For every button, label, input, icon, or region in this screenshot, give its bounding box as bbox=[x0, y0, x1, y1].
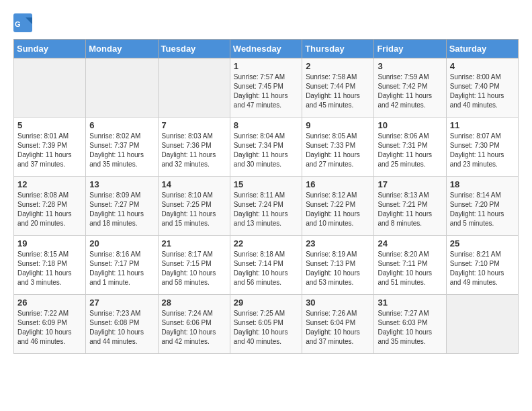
calendar-cell: 24Sunrise: 8:20 AM Sunset: 7:11 PM Dayli… bbox=[374, 236, 446, 295]
day-info: Sunrise: 8:16 AM Sunset: 7:17 PM Dayligh… bbox=[89, 250, 154, 287]
day-info: Sunrise: 8:10 AM Sunset: 7:25 PM Dayligh… bbox=[162, 191, 226, 228]
calendar-cell: 26Sunrise: 7:22 AM Sunset: 6:09 PM Dayli… bbox=[14, 295, 86, 354]
day-info: Sunrise: 7:22 AM Sunset: 6:09 PM Dayligh… bbox=[17, 309, 82, 347]
calendar-cell bbox=[14, 58, 86, 118]
day-info: Sunrise: 7:27 AM Sunset: 6:03 PM Dayligh… bbox=[378, 309, 442, 347]
calendar-cell: 18Sunrise: 8:14 AM Sunset: 7:20 PM Dayli… bbox=[446, 177, 518, 236]
day-info: Sunrise: 7:25 AM Sunset: 6:05 PM Dayligh… bbox=[234, 309, 298, 347]
day-info: Sunrise: 8:06 AM Sunset: 7:31 PM Dayligh… bbox=[378, 132, 442, 169]
day-number: 16 bbox=[306, 179, 370, 189]
calendar-cell bbox=[86, 58, 158, 118]
weekday-header-saturday: Saturday bbox=[446, 40, 518, 58]
day-number: 15 bbox=[234, 179, 298, 189]
day-info: Sunrise: 8:14 AM Sunset: 7:20 PM Dayligh… bbox=[450, 191, 515, 228]
weekday-header-thursday: Thursday bbox=[302, 40, 374, 58]
day-number: 8 bbox=[234, 120, 298, 130]
calendar-cell: 16Sunrise: 8:12 AM Sunset: 7:22 PM Dayli… bbox=[302, 177, 374, 236]
svg-text:G: G bbox=[15, 20, 21, 28]
calendar-cell: 3Sunrise: 7:59 AM Sunset: 7:42 PM Daylig… bbox=[374, 58, 446, 118]
calendar-cell: 20Sunrise: 8:16 AM Sunset: 7:17 PM Dayli… bbox=[86, 236, 158, 295]
day-info: Sunrise: 8:21 AM Sunset: 7:10 PM Dayligh… bbox=[450, 250, 515, 287]
day-number: 4 bbox=[450, 61, 515, 71]
calendar-cell bbox=[446, 295, 518, 354]
calendar-cell: 2Sunrise: 7:58 AM Sunset: 7:44 PM Daylig… bbox=[302, 58, 374, 118]
calendar-cell: 23Sunrise: 8:19 AM Sunset: 7:13 PM Dayli… bbox=[302, 236, 374, 295]
day-info: Sunrise: 8:18 AM Sunset: 7:14 PM Dayligh… bbox=[234, 250, 298, 287]
day-number: 11 bbox=[450, 120, 515, 130]
day-number: 14 bbox=[162, 179, 226, 189]
calendar-cell: 22Sunrise: 8:18 AM Sunset: 7:14 PM Dayli… bbox=[230, 236, 302, 295]
day-info: Sunrise: 8:20 AM Sunset: 7:11 PM Dayligh… bbox=[378, 250, 442, 287]
day-number: 12 bbox=[17, 179, 82, 189]
calendar-cell: 29Sunrise: 7:25 AM Sunset: 6:05 PM Dayli… bbox=[230, 295, 302, 354]
day-number: 20 bbox=[89, 238, 154, 248]
day-info: Sunrise: 8:13 AM Sunset: 7:21 PM Dayligh… bbox=[378, 191, 442, 228]
day-number: 25 bbox=[450, 238, 515, 248]
day-number: 19 bbox=[17, 238, 82, 248]
week-row-4: 19Sunrise: 8:15 AM Sunset: 7:18 PM Dayli… bbox=[14, 236, 519, 295]
day-info: Sunrise: 8:02 AM Sunset: 7:37 PM Dayligh… bbox=[89, 132, 154, 169]
weekday-header-tuesday: Tuesday bbox=[158, 40, 230, 58]
day-number: 10 bbox=[378, 120, 442, 130]
calendar-cell: 7Sunrise: 8:03 AM Sunset: 7:36 PM Daylig… bbox=[158, 118, 230, 177]
day-info: Sunrise: 8:15 AM Sunset: 7:18 PM Dayligh… bbox=[17, 250, 82, 287]
day-info: Sunrise: 8:03 AM Sunset: 7:36 PM Dayligh… bbox=[162, 132, 226, 169]
calendar-cell: 25Sunrise: 8:21 AM Sunset: 7:10 PM Dayli… bbox=[446, 236, 518, 295]
day-number: 22 bbox=[234, 238, 298, 248]
calendar-cell: 28Sunrise: 7:24 AM Sunset: 6:06 PM Dayli… bbox=[158, 295, 230, 354]
calendar-cell: 4Sunrise: 8:00 AM Sunset: 7:40 PM Daylig… bbox=[446, 58, 518, 118]
logo-icon: G bbox=[13, 13, 34, 32]
weekday-header-wednesday: Wednesday bbox=[230, 40, 302, 58]
calendar-cell: 27Sunrise: 7:23 AM Sunset: 6:08 PM Dayli… bbox=[86, 295, 158, 354]
day-info: Sunrise: 8:08 AM Sunset: 7:28 PM Dayligh… bbox=[17, 191, 82, 228]
day-info: Sunrise: 8:04 AM Sunset: 7:34 PM Dayligh… bbox=[234, 132, 298, 169]
week-row-2: 5Sunrise: 8:01 AM Sunset: 7:39 PM Daylig… bbox=[14, 118, 519, 177]
calendar-cell: 15Sunrise: 8:11 AM Sunset: 7:24 PM Dayli… bbox=[230, 177, 302, 236]
day-number: 29 bbox=[234, 298, 298, 308]
day-info: Sunrise: 7:24 AM Sunset: 6:06 PM Dayligh… bbox=[162, 309, 226, 347]
day-info: Sunrise: 8:19 AM Sunset: 7:13 PM Dayligh… bbox=[306, 250, 370, 287]
day-info: Sunrise: 7:23 AM Sunset: 6:08 PM Dayligh… bbox=[89, 309, 154, 347]
day-info: Sunrise: 8:11 AM Sunset: 7:24 PM Dayligh… bbox=[234, 191, 298, 228]
calendar-cell: 5Sunrise: 8:01 AM Sunset: 7:39 PM Daylig… bbox=[14, 118, 86, 177]
day-number: 1 bbox=[234, 61, 298, 71]
day-number: 31 bbox=[378, 298, 442, 308]
logo: G bbox=[13, 13, 36, 32]
day-number: 5 bbox=[17, 120, 82, 130]
day-number: 18 bbox=[450, 179, 515, 189]
calendar-cell: 14Sunrise: 8:10 AM Sunset: 7:25 PM Dayli… bbox=[158, 177, 230, 236]
day-number: 17 bbox=[378, 179, 442, 189]
day-number: 23 bbox=[306, 238, 370, 248]
calendar-cell: 10Sunrise: 8:06 AM Sunset: 7:31 PM Dayli… bbox=[374, 118, 446, 177]
weekday-header-friday: Friday bbox=[374, 40, 446, 58]
calendar-cell: 13Sunrise: 8:09 AM Sunset: 7:27 PM Dayli… bbox=[86, 177, 158, 236]
day-number: 2 bbox=[306, 61, 370, 71]
day-number: 28 bbox=[162, 298, 226, 308]
calendar-cell bbox=[158, 58, 230, 118]
day-info: Sunrise: 7:57 AM Sunset: 7:45 PM Dayligh… bbox=[234, 73, 298, 110]
week-row-1: 1Sunrise: 7:57 AM Sunset: 7:45 PM Daylig… bbox=[14, 58, 519, 118]
page-header: G bbox=[13, 13, 519, 32]
day-info: Sunrise: 8:05 AM Sunset: 7:33 PM Dayligh… bbox=[306, 132, 370, 169]
day-info: Sunrise: 8:07 AM Sunset: 7:30 PM Dayligh… bbox=[450, 132, 515, 169]
calendar-cell: 21Sunrise: 8:17 AM Sunset: 7:15 PM Dayli… bbox=[158, 236, 230, 295]
day-number: 24 bbox=[378, 238, 442, 248]
weekday-header-row: SundayMondayTuesdayWednesdayThursdayFrid… bbox=[14, 40, 519, 58]
calendar-cell: 17Sunrise: 8:13 AM Sunset: 7:21 PM Dayli… bbox=[374, 177, 446, 236]
calendar-cell: 11Sunrise: 8:07 AM Sunset: 7:30 PM Dayli… bbox=[446, 118, 518, 177]
day-info: Sunrise: 8:17 AM Sunset: 7:15 PM Dayligh… bbox=[162, 250, 226, 287]
day-number: 7 bbox=[162, 120, 226, 130]
calendar-cell: 19Sunrise: 8:15 AM Sunset: 7:18 PM Dayli… bbox=[14, 236, 86, 295]
weekday-header-sunday: Sunday bbox=[14, 40, 86, 58]
day-info: Sunrise: 7:58 AM Sunset: 7:44 PM Dayligh… bbox=[306, 73, 370, 110]
day-number: 3 bbox=[378, 61, 442, 71]
day-info: Sunrise: 8:09 AM Sunset: 7:27 PM Dayligh… bbox=[89, 191, 154, 228]
calendar-cell: 1Sunrise: 7:57 AM Sunset: 7:45 PM Daylig… bbox=[230, 58, 302, 118]
calendar-cell: 8Sunrise: 8:04 AM Sunset: 7:34 PM Daylig… bbox=[230, 118, 302, 177]
day-number: 21 bbox=[162, 238, 226, 248]
day-number: 9 bbox=[306, 120, 370, 130]
day-info: Sunrise: 8:12 AM Sunset: 7:22 PM Dayligh… bbox=[306, 191, 370, 228]
day-number: 27 bbox=[89, 298, 154, 308]
calendar-cell: 6Sunrise: 8:02 AM Sunset: 7:37 PM Daylig… bbox=[86, 118, 158, 177]
calendar-cell: 31Sunrise: 7:27 AM Sunset: 6:03 PM Dayli… bbox=[374, 295, 446, 354]
